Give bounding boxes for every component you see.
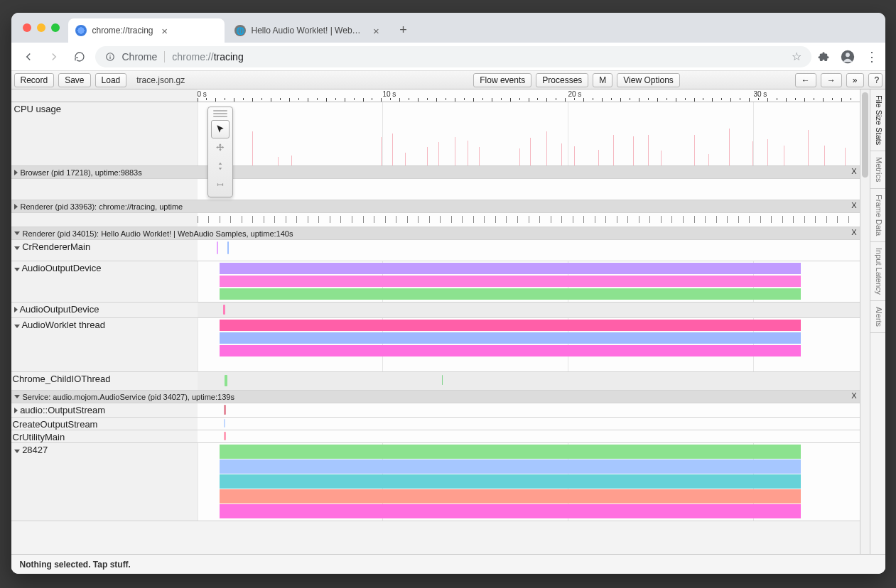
process-renderer2-header[interactable]: Renderer (pid 34015): Hello Audio Workle… xyxy=(11,227,846,239)
omnibox[interactable]: Chrome chrome://tracing ☆ xyxy=(95,46,811,67)
svg-point-1 xyxy=(109,54,110,55)
thread-label-crrenderermain[interactable]: CrRendererMain xyxy=(11,240,198,261)
status-text: Nothing selected. Tap stuff. xyxy=(20,560,131,570)
close-window-button[interactable] xyxy=(23,23,31,32)
record-button[interactable]: Record xyxy=(14,73,55,87)
load-button[interactable]: Load xyxy=(95,73,127,87)
tab-audio-worklet[interactable]: 🌐 Hello Audio Worklet! | WebAud… × xyxy=(227,18,389,43)
scrollbar-thumb[interactable] xyxy=(862,92,868,178)
tab-title: chrome://tracing xyxy=(92,26,153,36)
page-info-icon xyxy=(105,52,115,62)
process-service-header[interactable]: Service: audio.mojom.AudioService (pid 3… xyxy=(11,391,846,403)
expand-icon xyxy=(14,204,18,209)
collapse-icon xyxy=(14,232,20,235)
overflow-button[interactable]: » xyxy=(846,73,864,87)
thread-label-audioworklet[interactable]: AudioWorklet thread xyxy=(11,318,198,371)
outputstream-track[interactable] xyxy=(198,403,860,417)
thread-label-childio[interactable]: Chrome_ChildIOThread xyxy=(11,372,198,390)
trace-body: 0 s10 s20 s30 s CPU usage Browser (pid 1… xyxy=(11,89,885,554)
timing-tool-button[interactable] xyxy=(211,175,230,194)
window-controls xyxy=(17,13,65,43)
m-button[interactable]: M xyxy=(593,73,612,87)
status-bar: Nothing selected. Tap stuff. xyxy=(11,554,885,574)
expand-icon xyxy=(14,408,18,413)
tab-tracing[interactable]: chrome://tracing × xyxy=(68,18,225,43)
expand-icon xyxy=(14,170,18,175)
cpu-usage-label: CPU usage xyxy=(11,102,198,165)
tracing-favicon-icon xyxy=(75,25,87,36)
extensions-icon[interactable] xyxy=(817,50,830,63)
trace-toolbar: Record Save Load trace.json.gz Flow even… xyxy=(11,71,885,89)
renderer1-track[interactable] xyxy=(198,213,860,227)
nav-right-button[interactable]: → xyxy=(821,73,842,87)
thread-label-outputstream[interactable]: audio::OutputStream xyxy=(11,403,198,417)
minimize-window-button[interactable] xyxy=(37,23,45,32)
omnibox-divider xyxy=(164,51,165,62)
crutilitymain-track[interactable] xyxy=(198,430,860,442)
view-options-button[interactable]: View Options xyxy=(617,73,679,87)
childio-track[interactable] xyxy=(198,372,860,390)
side-tab-metrics[interactable]: Metrics xyxy=(870,151,885,188)
flow-events-button[interactable]: Flow events xyxy=(473,73,531,87)
star-icon[interactable]: ☆ xyxy=(792,50,801,63)
collapse-icon xyxy=(14,450,20,453)
crrenderermain-track[interactable] xyxy=(198,240,860,261)
tool-palette[interactable] xyxy=(207,107,233,197)
audioworklet-track[interactable] xyxy=(198,318,860,371)
close-process-button[interactable]: X xyxy=(851,167,856,175)
browser-track[interactable] xyxy=(198,179,860,200)
close-process-button[interactable]: X xyxy=(851,391,856,400)
help-button[interactable]: ? xyxy=(868,73,882,87)
nav-left-button[interactable]: ← xyxy=(795,73,816,87)
audiooutputdevice-track[interactable] xyxy=(198,261,860,302)
side-tab-file-size-stats[interactable]: File Size Stats xyxy=(870,89,885,151)
kebab-menu-icon[interactable]: ⋮ xyxy=(865,49,878,65)
right-side-tabs: File Size Stats Metrics Frame Data Input… xyxy=(870,89,885,554)
svg-rect-2 xyxy=(109,56,110,59)
thread-label-createoutputstream: CreateOutputStream xyxy=(11,418,198,430)
cpu-usage-track[interactable] xyxy=(198,102,860,165)
back-button[interactable] xyxy=(18,47,38,67)
globe-favicon-icon: 🌐 xyxy=(234,25,246,36)
omnibox-url: chrome://tracing xyxy=(172,51,243,62)
processes-button[interactable]: Processes xyxy=(536,73,588,87)
pointer-tool-button[interactable] xyxy=(211,120,230,138)
audiooutputdevice2-track[interactable] xyxy=(198,303,860,317)
close-tab-icon[interactable]: × xyxy=(159,25,171,37)
profile-icon[interactable] xyxy=(840,49,855,65)
reload-button[interactable] xyxy=(70,47,90,67)
tab-strip: chrome://tracing × 🌐 Hello Audio Worklet… xyxy=(11,13,885,43)
side-tab-alerts[interactable]: Alerts xyxy=(870,301,885,333)
trace-filename: trace.json.gz xyxy=(131,75,185,85)
createoutputstream-track[interactable] xyxy=(198,418,860,430)
save-button[interactable]: Save xyxy=(58,73,90,87)
forward-button[interactable] xyxy=(44,47,64,67)
address-bar: Chrome chrome://tracing ☆ ⋮ xyxy=(11,43,885,71)
collapse-icon xyxy=(14,395,20,398)
collapse-icon xyxy=(14,325,20,328)
close-process-button[interactable]: X xyxy=(851,228,856,236)
thread-label-audiooutputdevice-2[interactable]: AudioOutputDevice xyxy=(11,303,198,317)
process-browser-header[interactable]: Browser (pid 17218), uptime:9883s xyxy=(11,166,198,178)
omnibox-chip: Chrome xyxy=(122,51,158,62)
thread-label-crutilitymain: CrUtilityMain xyxy=(11,430,198,442)
timeline-rows: 0 s10 s20 s30 s CPU usage Browser (pid 1… xyxy=(11,89,860,554)
expand-icon xyxy=(14,307,18,312)
close-tab-icon[interactable]: × xyxy=(371,25,382,37)
side-tab-input-latency[interactable]: Input Latency xyxy=(870,242,885,301)
vertical-scrollbar[interactable] xyxy=(860,89,870,554)
tracing-app: Record Save Load trace.json.gz Flow even… xyxy=(11,71,885,574)
zoom-tool-button[interactable] xyxy=(211,157,230,175)
maximize-window-button[interactable] xyxy=(51,23,60,32)
palette-grip-icon[interactable] xyxy=(213,110,227,117)
side-tab-frame-data[interactable]: Frame Data xyxy=(870,189,885,242)
new-tab-button[interactable]: + xyxy=(394,20,414,40)
svg-point-4 xyxy=(846,53,850,57)
close-process-button[interactable]: X xyxy=(851,201,856,209)
thread-label-28427[interactable]: 28427 xyxy=(11,443,198,521)
pan-tool-button[interactable] xyxy=(211,138,230,157)
process-renderer1-header[interactable]: Renderer (pid 33963): chrome://tracing, … xyxy=(11,200,198,212)
time-ruler[interactable]: 0 s10 s20 s30 s xyxy=(198,89,860,102)
thread-label-audiooutputdevice[interactable]: AudioOutputDevice xyxy=(11,261,198,302)
t28427-track[interactable] xyxy=(198,443,860,521)
